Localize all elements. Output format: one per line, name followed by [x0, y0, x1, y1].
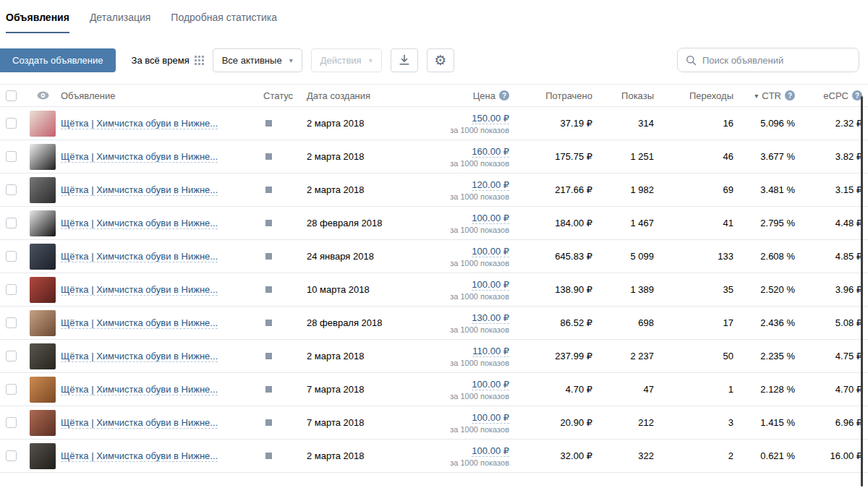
tab-detailing[interactable]: Детализация [90, 0, 150, 33]
created-date: 2 марта 2018 [307, 351, 437, 361]
ad-title-link[interactable]: Щётка | Химчистка обуви в Нижне... [61, 251, 218, 262]
header-ecpc[interactable]: eCPC ? [795, 90, 862, 101]
impressions-value: 322 [592, 450, 654, 461]
table-row[interactable]: Щётка | Химчистка обуви в Нижне... 2 мар… [0, 107, 868, 140]
tab-detailed-statistics[interactable]: Подробная статистика [171, 0, 277, 33]
row-checkbox[interactable] [6, 384, 17, 395]
row-checkbox-cell [6, 384, 25, 395]
price-value[interactable]: 160.00 ₽ [472, 146, 509, 158]
chevron-down-icon: ▾ [369, 56, 373, 64]
clicks-value: 50 [654, 351, 733, 361]
header-impressions[interactable]: Показы [592, 90, 654, 101]
price-value[interactable]: 100.00 ₽ [472, 379, 509, 390]
price-value[interactable]: 130.00 ₽ [472, 312, 509, 324]
download-icon [399, 54, 410, 66]
row-checkbox[interactable] [6, 284, 17, 295]
ad-thumbnail[interactable] [30, 277, 56, 303]
row-checkbox[interactable] [6, 118, 17, 129]
price-value[interactable]: 100.00 ₽ [472, 279, 509, 291]
row-checkbox[interactable] [6, 351, 17, 361]
header-created[interactable]: Дата создания [307, 90, 437, 101]
table-row[interactable]: Щётка | Химчистка обуви в Нижне... 7 мар… [0, 406, 868, 440]
table-row[interactable]: Щётка | Химчистка обуви в Нижне... 2 мар… [0, 340, 868, 373]
row-title-cell: Щётка | Химчистка обуви в Нижне... [61, 151, 263, 163]
help-icon[interactable]: ? [785, 90, 795, 100]
help-icon[interactable]: ? [499, 90, 509, 100]
price-value[interactable]: 100.00 ₽ [472, 246, 509, 257]
price-caption: за 1000 показов [450, 126, 509, 134]
ad-title-link[interactable]: Щётка | Химчистка обуви в Нижне... [61, 384, 218, 395]
ad-title-link[interactable]: Щётка | Химчистка обуви в Нижне... [61, 417, 218, 429]
clicks-value: 2 [654, 450, 733, 461]
ad-title-link[interactable]: Щётка | Химчистка обуви в Нижне... [61, 118, 218, 129]
export-button[interactable] [391, 48, 418, 72]
ctr-value: 2.235 % [733, 351, 795, 361]
price-value[interactable]: 100.00 ₽ [472, 412, 509, 424]
ad-thumbnail[interactable] [30, 343, 56, 369]
header-ctr[interactable]: ▾ CTR ? [733, 90, 795, 101]
header-price[interactable]: Цена ? [437, 90, 509, 101]
ad-title-link[interactable]: Щётка | Химчистка обуви в Нижне... [61, 151, 218, 163]
ad-thumbnail[interactable] [30, 210, 56, 236]
row-checkbox-cell [6, 218, 25, 228]
row-checkbox[interactable] [6, 218, 17, 228]
row-checkbox[interactable] [6, 251, 17, 262]
select-all-checkbox[interactable] [6, 90, 17, 101]
price-value[interactable]: 150.00 ₽ [472, 113, 509, 124]
price-caption: за 1000 показов [450, 259, 509, 267]
create-ad-button[interactable]: Создать объявление [0, 48, 116, 72]
search-icon [686, 55, 697, 66]
row-thumb-cell [25, 177, 61, 203]
price-value[interactable]: 100.00 ₽ [472, 445, 509, 457]
tab-ads[interactable]: Объявления [6, 0, 69, 33]
price-value[interactable]: 110.00 ₽ [472, 346, 509, 357]
table-row[interactable]: Щётка | Химчистка обуви в Нижне... 2 мар… [0, 440, 868, 473]
table-row[interactable]: Щётка | Химчистка обуви в Нижне... 2 мар… [0, 140, 868, 174]
ad-title-link[interactable]: Щётка | Химчистка обуви в Нижне... [61, 184, 218, 196]
table-row[interactable]: Щётка | Химчистка обуви в Нижне... 28 фе… [0, 207, 868, 240]
status-indicator [265, 386, 272, 393]
table-row[interactable]: Щётка | Химчистка обуви в Нижне... 7 мар… [0, 373, 868, 406]
row-checkbox[interactable] [6, 184, 17, 195]
table-row[interactable]: Щётка | Химчистка обуви в Нижне... 2 мар… [0, 174, 868, 207]
search-box[interactable] [677, 48, 859, 72]
price-caption: за 1000 показов [450, 458, 509, 467]
row-checkbox[interactable] [6, 450, 17, 461]
ad-thumbnail[interactable] [30, 410, 56, 436]
row-price-cell: 100.00 ₽ за 1000 показов [437, 412, 509, 434]
table-row[interactable]: Щётка | Химчистка обуви в Нижне... 24 ян… [0, 240, 868, 273]
ad-thumbnail[interactable] [30, 111, 56, 137]
row-status-cell [263, 253, 307, 260]
status-filter-dropdown[interactable]: Все активные ▾ [213, 48, 302, 72]
settings-button[interactable]: ⚙ [427, 48, 454, 72]
ad-thumbnail[interactable] [30, 177, 56, 203]
ad-title-link[interactable]: Щётка | Химчистка обуви в Нижне... [61, 317, 218, 329]
ad-thumbnail[interactable] [30, 377, 56, 403]
ad-title-link[interactable]: Щётка | Химчистка обуви в Нижне... [61, 450, 218, 462]
header-clicks[interactable]: Переходы [654, 90, 733, 101]
row-status-cell [263, 120, 307, 127]
status-filter-label: Все активные [222, 55, 282, 66]
table-row[interactable]: Щётка | Химчистка обуви в Нижне... 10 ма… [0, 273, 868, 307]
table-row[interactable]: Щётка | Химчистка обуви в Нижне... 28 фе… [0, 307, 868, 340]
price-value[interactable]: 100.00 ₽ [472, 213, 509, 224]
ecpc-value: 4.70 ₽ [795, 384, 862, 395]
table-body: Щётка | Химчистка обуви в Нижне... 2 мар… [0, 107, 868, 473]
row-checkbox[interactable] [6, 417, 17, 428]
impressions-value: 1 389 [592, 284, 654, 295]
price-value[interactable]: 120.00 ₽ [472, 179, 509, 191]
search-input[interactable] [702, 55, 851, 66]
ad-thumbnail[interactable] [30, 443, 56, 469]
row-checkbox[interactable] [6, 317, 17, 328]
header-spent[interactable]: Потрачено [509, 90, 592, 101]
header-price-label: Цена [473, 90, 495, 101]
ad-title-link[interactable]: Щётка | Химчистка обуви в Нижне... [61, 284, 218, 296]
ad-title-link[interactable]: Щётка | Химчистка обуви в Нижне... [61, 218, 218, 229]
ad-thumbnail[interactable] [30, 144, 56, 170]
ad-title-link[interactable]: Щётка | Химчистка обуви в Нижне... [61, 351, 218, 362]
row-checkbox[interactable] [6, 151, 17, 162]
ad-thumbnail[interactable] [30, 310, 56, 336]
table-scrollbar[interactable] [861, 96, 863, 487]
ad-thumbnail[interactable] [30, 244, 56, 270]
period-filter[interactable]: За всё время [132, 55, 204, 66]
